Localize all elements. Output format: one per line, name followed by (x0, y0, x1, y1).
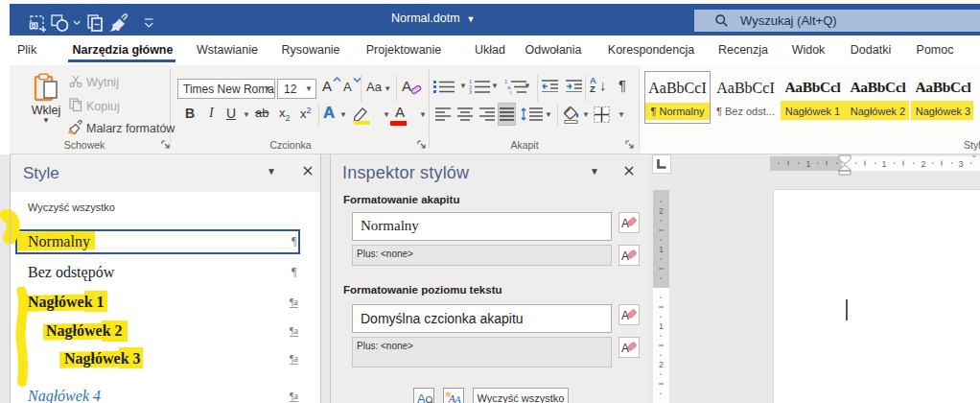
svg-text:1: 1 (659, 321, 664, 331)
svg-text:1: 1 (881, 159, 886, 169)
svg-text:3: 3 (469, 89, 472, 94)
svg-text:2: 2 (921, 159, 925, 169)
svg-text:3: 3 (958, 159, 963, 169)
svg-text:2: 2 (659, 206, 664, 216)
svg-text:A: A (417, 391, 426, 403)
svg-text:i: i (510, 89, 511, 94)
svg-text:A: A (454, 393, 461, 403)
svg-text:2: 2 (659, 360, 664, 369)
svg-text:1: 1 (659, 245, 664, 254)
svg-text:1: 1 (805, 159, 810, 169)
